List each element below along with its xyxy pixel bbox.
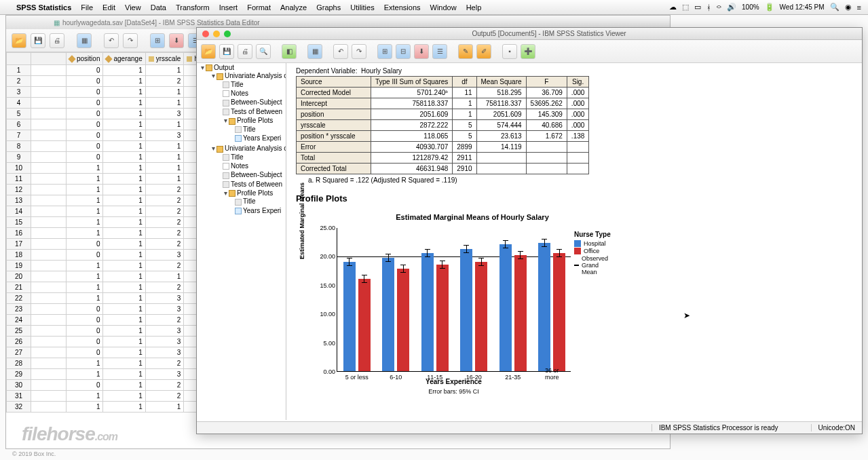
row-header[interactable]: 2 — [7, 76, 31, 87]
output-pane[interactable]: Dependent Variable: Hourly Salary Source… — [286, 63, 862, 420]
tree-notes2[interactable]: Notes — [231, 162, 248, 170]
row-header[interactable]: 11 — [7, 174, 31, 185]
menu-window[interactable]: Window — [430, 3, 457, 12]
row-header[interactable]: 10 — [7, 163, 31, 174]
menu-extensions[interactable]: Extensions — [384, 3, 421, 12]
row-header[interactable]: 13 — [7, 195, 31, 206]
row-header[interactable]: 15 — [7, 217, 31, 228]
tree-title4[interactable]: Title — [243, 197, 256, 205]
tree-univariate2[interactable]: Univariate Analysis of — [225, 145, 286, 152]
menu-graphs[interactable]: Graphs — [316, 3, 341, 12]
row-header[interactable]: 1 — [7, 65, 31, 76]
open-icon[interactable]: 📂 — [201, 44, 216, 59]
open-icon[interactable]: 📂 — [12, 33, 26, 48]
tree-ye[interactable]: Years Experi — [243, 134, 281, 142]
save-icon[interactable]: 💾 — [219, 44, 234, 59]
dropbox-icon[interactable]: ⬚ — [682, 3, 689, 12]
tree-pp[interactable]: Profile Plots — [237, 117, 273, 124]
insert-icon[interactable]: ⬇ — [414, 44, 429, 59]
print-icon[interactable]: 🖨 — [50, 33, 64, 48]
dialog-recall-icon[interactable]: ▦ — [307, 44, 322, 59]
anova-table[interactable]: Source Type III Sum of Squares df Mean S… — [296, 76, 589, 174]
print-icon[interactable]: 🖨 — [238, 44, 252, 59]
maximize-icon[interactable] — [224, 31, 231, 37]
row-header[interactable]: 23 — [7, 304, 31, 315]
tree-bs[interactable]: Between-Subject — [231, 98, 282, 106]
tree-tob2[interactable]: Tests of Between — [231, 180, 282, 188]
row-header[interactable]: 22 — [7, 293, 31, 304]
row-header[interactable]: 12 — [7, 185, 31, 195]
wifi-icon[interactable]: ⌔ — [717, 3, 721, 12]
menu-transform[interactable]: Transform — [176, 3, 210, 12]
tree-pp2[interactable]: Profile Plots — [237, 189, 273, 197]
output-tree[interactable]: ▾Output ▾Univariate Analysis of Title No… — [197, 63, 286, 420]
row-header[interactable]: 8 — [7, 141, 31, 152]
row-header[interactable]: 16 — [7, 228, 31, 239]
app-name[interactable]: SPSS Statistics — [16, 3, 71, 12]
col-position[interactable]: position — [77, 55, 100, 62]
menu-file[interactable]: File — [81, 3, 93, 12]
menu-utilities[interactable]: Utilities — [350, 3, 374, 12]
row-header[interactable]: 9 — [7, 152, 31, 163]
display-icon[interactable]: ▭ — [694, 3, 701, 12]
menu-help[interactable]: Help — [466, 3, 482, 12]
row-header[interactable]: 31 — [7, 391, 31, 402]
row-header[interactable]: 19 — [7, 261, 31, 271]
tree-notes[interactable]: Notes — [231, 90, 248, 97]
tree-tob[interactable]: Tests of Between — [231, 108, 282, 115]
bluetooth-icon[interactable]: ᚼ — [706, 3, 711, 12]
row-header[interactable]: 25 — [7, 326, 31, 337]
redo-icon[interactable]: ↷ — [123, 33, 138, 48]
row-header[interactable]: 30 — [7, 380, 31, 391]
tree-bs2[interactable]: Between-Subject — [231, 171, 282, 178]
spotlight-icon[interactable]: 🔍 — [830, 3, 839, 12]
script-icon[interactable]: ✐ — [476, 44, 491, 59]
row-header[interactable]: 20 — [7, 271, 31, 282]
tree-title[interactable]: Title — [231, 81, 244, 88]
row-header[interactable]: 4 — [7, 98, 31, 109]
tree-output[interactable]: Output — [214, 64, 234, 71]
menu-analyze[interactable]: Analyze — [280, 3, 307, 12]
redo-icon[interactable]: ↷ — [352, 44, 366, 59]
goto-var-icon[interactable]: ⬇ — [169, 33, 184, 48]
row-header[interactable]: 32 — [7, 402, 31, 413]
tree-univariate[interactable]: Univariate Analysis of — [225, 72, 286, 79]
export-icon[interactable]: ◧ — [282, 44, 297, 59]
save-icon[interactable]: 💾 — [31, 33, 45, 48]
notifications-icon[interactable]: ≡ — [857, 3, 861, 12]
row-header[interactable]: 7 — [7, 130, 31, 141]
minimize-icon[interactable] — [213, 31, 220, 37]
row-header[interactable]: 18 — [7, 250, 31, 261]
select-last-icon[interactable]: ☰ — [432, 44, 447, 59]
goto-data-icon[interactable]: ⊟ — [396, 44, 411, 59]
tree-title3[interactable]: Title — [231, 153, 244, 161]
clock[interactable]: Wed 12:45 PM — [780, 3, 825, 11]
row-header[interactable]: 28 — [7, 358, 31, 369]
menu-view[interactable]: View — [125, 3, 141, 12]
menu-insert[interactable]: Insert — [219, 3, 238, 12]
col-yrsscale[interactable]: yrsscale — [156, 55, 181, 62]
row-header[interactable]: 3 — [7, 87, 31, 98]
run-icon[interactable]: ➕ — [521, 44, 535, 59]
menu-data[interactable]: Data — [151, 3, 166, 12]
row-header[interactable]: 17 — [7, 239, 31, 250]
row-header[interactable]: 6 — [7, 119, 31, 130]
designate-icon[interactable]: ✎ — [458, 44, 473, 59]
tree-ye2[interactable]: Years Experi — [243, 207, 281, 214]
row-header[interactable]: 29 — [7, 369, 31, 380]
menu-edit[interactable]: Edit — [102, 3, 115, 12]
menu-format[interactable]: Format — [247, 3, 271, 12]
control-center-icon[interactable]: ◉ — [845, 3, 852, 12]
goto-icon[interactable]: ⊞ — [377, 44, 392, 59]
dialog-recall-icon[interactable]: ▦ — [77, 33, 92, 48]
volume-icon[interactable]: 🔊 — [727, 3, 736, 12]
col-agerange[interactable]: agerange — [113, 55, 142, 62]
tree-title2[interactable]: Title — [243, 126, 256, 133]
preview-icon[interactable]: 🔍 — [256, 44, 271, 59]
row-header[interactable]: 14 — [7, 206, 31, 217]
row-header[interactable]: 26 — [7, 337, 31, 347]
profile-chart[interactable]: Estimated Marginal Means 0.005.0010.0015… — [303, 225, 588, 395]
cloud-icon[interactable]: ☁ — [669, 3, 677, 12]
undo-icon[interactable]: ↶ — [333, 44, 348, 59]
row-header[interactable]: 24 — [7, 315, 31, 326]
